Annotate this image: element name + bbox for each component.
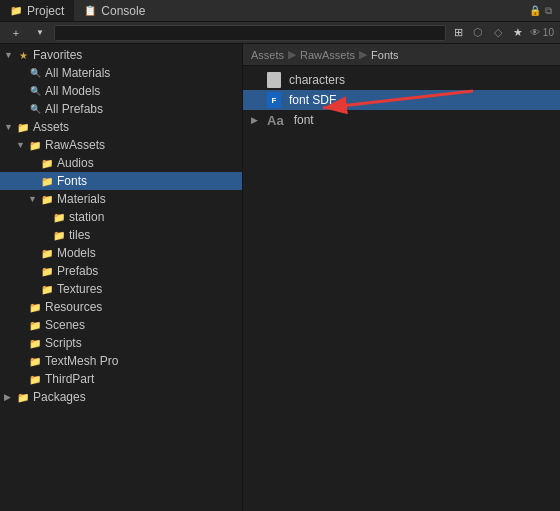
font-sdf-label: font SDF [289, 93, 336, 107]
rawassets-arrow: ▼ [16, 140, 28, 150]
breadcrumb-assets[interactable]: Assets [251, 49, 284, 61]
thirdpart-folder-icon: 📁 [28, 372, 42, 386]
packages-arrow: ▶ [4, 392, 16, 402]
tab-bar: 📁 Project 📋 Console 🔒 ⧉ [0, 0, 560, 22]
lock-icon: 🔒 [529, 5, 541, 16]
console-tab-label: Console [101, 4, 145, 18]
scripts-folder-icon: 📁 [28, 336, 42, 350]
file-item-font[interactable]: ▶ Aa font [243, 110, 560, 130]
sidebar-item-all-models[interactable]: 🔍 All Models [0, 82, 242, 100]
popout-icon: ⧉ [545, 5, 552, 17]
search-input[interactable] [54, 25, 446, 41]
sidebar-item-prefabs[interactable]: 📁 Prefabs [0, 262, 242, 280]
sidebar-item-assets[interactable]: ▼ 📁 Assets [0, 118, 242, 136]
tree-section: ▼ ★ Favorites 🔍 All Materials 🔍 All Mode… [0, 44, 242, 408]
sidebar-item-fonts[interactable]: 📁 Fonts [0, 172, 242, 190]
font-label: font [294, 113, 314, 127]
sidebar-item-audios[interactable]: 📁 Audios [0, 154, 242, 172]
sidebar-item-thirdpart[interactable]: 📁 ThirdPart [0, 370, 242, 388]
eye-count: 👁 10 [530, 27, 554, 38]
project-tab-label: Project [27, 4, 64, 18]
topbar-icons: ⊞ ⬡ ◇ ★ 👁 10 [450, 26, 554, 39]
tab-bar-controls: 🔒 ⧉ [529, 5, 560, 17]
models-folder-icon: 📁 [40, 246, 54, 260]
main-layout: ▼ ★ Favorites 🔍 All Materials 🔍 All Mode… [0, 44, 560, 511]
textmesh-folder-icon: 📁 [28, 354, 42, 368]
materials-arrow: ▼ [28, 194, 40, 204]
audios-folder-icon: 📁 [40, 156, 54, 170]
add-button[interactable]: + [6, 24, 26, 42]
sidebar-item-all-materials[interactable]: 🔍 All Materials [0, 64, 242, 82]
add-dropdown-button[interactable]: ▼ [30, 24, 50, 42]
station-folder-icon: 📁 [52, 210, 66, 224]
sidebar-item-all-prefabs[interactable]: 🔍 All Prefabs [0, 100, 242, 118]
textures-folder-icon: 📁 [40, 282, 54, 296]
diamond-icon[interactable]: ◇ [490, 26, 506, 39]
search-icon-models: 🔍 [28, 84, 42, 98]
right-panel-content: characters F font SDF ▶ Aa font [243, 66, 560, 134]
right-panel: Assets ▶ RawAssets ▶ Fonts characters F … [243, 44, 560, 511]
grid-icon[interactable]: ⊞ [450, 26, 466, 39]
prefabs-folder-icon: 📁 [40, 264, 54, 278]
font-aa-icon: Aa [267, 113, 284, 128]
left-panel: ▼ ★ Favorites 🔍 All Materials 🔍 All Mode… [0, 44, 243, 511]
file-list: characters F font SDF ▶ Aa font [243, 66, 560, 134]
fonts-folder-icon: 📁 [40, 174, 54, 188]
sidebar-item-tiles[interactable]: 📁 tiles [0, 226, 242, 244]
sidebar-item-resources[interactable]: 📁 Resources [0, 298, 242, 316]
sidebar-item-materials[interactable]: ▼ 📁 Materials [0, 190, 242, 208]
breadcrumb: Assets ▶ RawAssets ▶ Fonts [243, 44, 560, 66]
sidebar-item-scenes[interactable]: 📁 Scenes [0, 316, 242, 334]
font-arrow: ▶ [251, 115, 263, 125]
star-icon[interactable]: ★ [510, 26, 526, 39]
scenes-folder-icon: 📁 [28, 318, 42, 332]
tag-icon[interactable]: ⬡ [470, 26, 486, 39]
favorites-star-icon: ★ [16, 48, 30, 62]
rawassets-folder-icon: 📁 [28, 138, 42, 152]
search-icon-prefabs: 🔍 [28, 102, 42, 116]
console-tab-icon: 📋 [84, 5, 96, 16]
sidebar-item-packages[interactable]: ▶ 📁 Packages [0, 388, 242, 406]
sidebar-item-textmesh-pro[interactable]: 📁 TextMesh Pro [0, 352, 242, 370]
breadcrumb-sep-2: ▶ [359, 48, 367, 61]
toolbar: + ▼ ⊞ ⬡ ◇ ★ 👁 10 [0, 22, 560, 44]
favorites-arrow: ▼ [4, 50, 16, 60]
breadcrumb-sep-1: ▶ [288, 48, 296, 61]
characters-label: characters [289, 73, 345, 87]
sidebar-item-models[interactable]: 📁 Models [0, 244, 242, 262]
search-icon-materials: 🔍 [28, 66, 42, 80]
tiles-folder-icon: 📁 [52, 228, 66, 242]
breadcrumb-rawassets[interactable]: RawAssets [300, 49, 355, 61]
assets-folder-icon: 📁 [16, 120, 30, 134]
packages-folder-icon: 📁 [16, 390, 30, 404]
sidebar-item-station[interactable]: 📁 station [0, 208, 242, 226]
breadcrumb-fonts[interactable]: Fonts [371, 49, 399, 61]
sidebar-item-favorites[interactable]: ▼ ★ Favorites [0, 46, 242, 64]
sidebar-item-textures[interactable]: 📁 Textures [0, 280, 242, 298]
materials-folder-icon: 📁 [40, 192, 54, 206]
assets-arrow: ▼ [4, 122, 16, 132]
project-tab-icon: 📁 [10, 5, 22, 16]
sidebar-item-rawassets[interactable]: ▼ 📁 RawAssets [0, 136, 242, 154]
font-sdf-icon: F [267, 92, 281, 108]
file-item-characters[interactable]: characters [243, 70, 560, 90]
characters-doc-icon [267, 72, 281, 88]
sidebar-item-scripts[interactable]: 📁 Scripts [0, 334, 242, 352]
tab-console[interactable]: 📋 Console [74, 0, 155, 21]
tab-project[interactable]: 📁 Project [0, 0, 74, 21]
file-item-font-sdf[interactable]: F font SDF [243, 90, 560, 110]
resources-folder-icon: 📁 [28, 300, 42, 314]
